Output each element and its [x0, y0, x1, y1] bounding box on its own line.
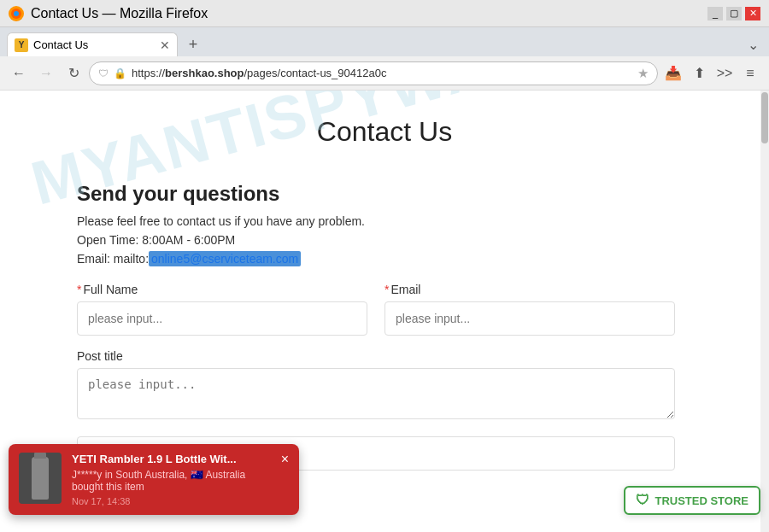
- new-tab-button[interactable]: +: [181, 32, 205, 56]
- intro-text: Please feel free to contact us if you ha…: [77, 214, 675, 228]
- email-input[interactable]: [384, 301, 675, 336]
- fullname-input[interactable]: [77, 301, 367, 336]
- title-bar: Contact Us — Mozilla Firefox _ ▢ ✕: [0, 0, 769, 27]
- pocket-button[interactable]: 📥: [661, 61, 685, 85]
- close-button[interactable]: ✕: [745, 7, 760, 20]
- open-time-label: Open Time:: [77, 233, 142, 247]
- email-label: Email: mailto:: [77, 252, 149, 266]
- minimize-button[interactable]: _: [707, 7, 723, 20]
- tab-bar: Y Contact Us ✕ + ⌄: [0, 27, 769, 56]
- window-controls: _ ▢ ✕: [707, 7, 760, 20]
- tab-overflow-button[interactable]: ⌄: [744, 33, 762, 56]
- firefox-icon: [9, 6, 24, 21]
- form-field-email: *Email: [384, 283, 675, 336]
- fullname-label: *Full Name: [77, 283, 367, 296]
- post-title-label: Post title: [77, 349, 675, 363]
- tab-close-button[interactable]: ✕: [160, 38, 170, 52]
- back-button[interactable]: ←: [7, 61, 31, 85]
- bookmark-star-icon[interactable]: ★: [637, 66, 649, 81]
- tab-label: Contact Us: [33, 38, 88, 51]
- popup-notification: YETI Rambler 1.9 L Bottle Wit... J*****y…: [9, 444, 299, 515]
- required-star-name: *: [77, 283, 81, 296]
- scrollbar[interactable]: [760, 91, 769, 532]
- nav-extras: 📥 ⬆ >> ≡: [661, 61, 762, 85]
- url-domain: bershkao.shop: [165, 67, 244, 79]
- popup-content: YETI Rambler 1.9 L Bottle Wit... J*****y…: [72, 453, 271, 506]
- security-shield-icon: 🛡: [98, 67, 109, 79]
- share-button[interactable]: ⬆: [687, 61, 711, 85]
- email-link[interactable]: online5@cserviceteam.com: [149, 251, 301, 266]
- form-field-fullname: *Full Name: [77, 283, 367, 336]
- post-title-input[interactable]: [77, 368, 675, 419]
- nav-bar: ← → ↻ 🛡 🔒 https://bershkao.shop/pages/co…: [0, 56, 769, 91]
- form-row-name-email: *Full Name *Email: [77, 283, 675, 336]
- open-time-value: 8:00AM - 6:00PM: [142, 233, 235, 247]
- more-tools-button[interactable]: >>: [713, 61, 737, 85]
- required-star-email: *: [384, 283, 389, 296]
- forward-button[interactable]: →: [34, 61, 58, 85]
- email-label-field: *Email: [384, 283, 675, 296]
- popup-description: J*****y in South Australia, 🇦🇺 Australia…: [72, 469, 271, 493]
- trusted-store-label: TRUSTED STORE: [655, 494, 748, 507]
- form-field-post-title: Post title: [77, 349, 675, 423]
- lock-icon: 🔒: [114, 67, 126, 79]
- window-title: Contact Us — Mozilla Firefox: [31, 6, 208, 21]
- section-heading: Send your questions: [77, 182, 675, 206]
- popup-time: Nov 17, 14:38: [72, 496, 271, 506]
- contact-section: Send your questions Please feel free to …: [77, 182, 675, 471]
- url-bar[interactable]: 🛡 🔒 https://bershkao.shop/pages/contact-…: [89, 61, 658, 85]
- popup-close-button[interactable]: ×: [281, 453, 289, 466]
- popup-title: YETI Rambler 1.9 L Bottle Wit...: [72, 453, 271, 465]
- tab-favicon: Y: [15, 38, 28, 52]
- url-text: https://bershkao.shop/pages/contact-us_9…: [132, 67, 632, 79]
- trusted-store-badge: 🛡 TRUSTED STORE: [624, 486, 760, 515]
- scrollbar-thumb[interactable]: [761, 92, 768, 143]
- svg-point-2: [14, 11, 19, 16]
- reload-button[interactable]: ↻: [62, 61, 85, 85]
- email-info: Email: mailto:online5@cserviceteam.com: [77, 252, 675, 266]
- bottle-icon: [32, 457, 49, 500]
- open-time: Open Time: 8:00AM - 6:00PM: [77, 233, 675, 247]
- page-title: Contact Us: [77, 116, 692, 148]
- maximize-button[interactable]: ▢: [726, 7, 742, 20]
- trusted-shield-icon: 🛡: [636, 493, 649, 508]
- active-tab[interactable]: Y Contact Us ✕: [7, 32, 178, 56]
- menu-button[interactable]: ≡: [738, 61, 762, 85]
- popup-product-image: [19, 453, 62, 504]
